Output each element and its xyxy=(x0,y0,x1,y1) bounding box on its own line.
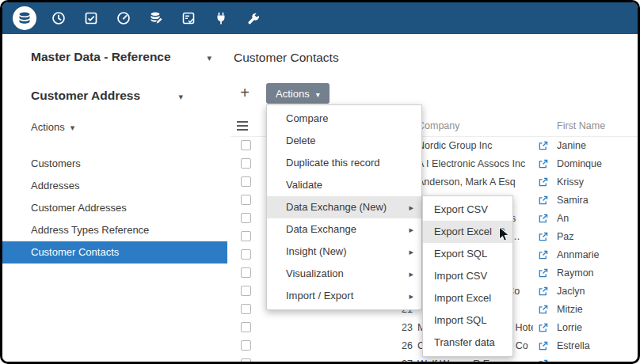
row-id: 27 xyxy=(349,358,413,364)
first-name-cell: Estrella xyxy=(557,340,590,351)
sidebar: Master Data - Reference Customer Address… xyxy=(2,34,230,362)
open-record-link-icon[interactable] xyxy=(538,286,548,297)
menu-item-data-exchange-new[interactable]: Data Exchange (New) xyxy=(267,196,421,218)
app-frame: Master Data - Reference Customer Address… xyxy=(0,0,640,364)
row-checkbox[interactable] xyxy=(241,358,251,364)
company-cell: Nordic Group Inc xyxy=(417,140,533,151)
sidebar-actions-label: Actions xyxy=(31,121,65,133)
database-icon[interactable] xyxy=(13,6,36,30)
first-name-cell: Janine xyxy=(557,140,586,151)
menu-item-label: Export Excel xyxy=(434,226,492,237)
open-record-link-icon[interactable] xyxy=(538,195,548,206)
menu-item-duplicate-this-record[interactable]: Duplicate this record xyxy=(267,152,421,174)
entity-selector[interactable]: Customer Address xyxy=(31,89,183,103)
menu-item-label: Visualization xyxy=(286,267,344,279)
menu-item-insight-new[interactable]: Insight (New) xyxy=(267,241,421,263)
menu-item-data-exchange[interactable]: Data Exchange xyxy=(267,218,421,241)
row-checkbox[interactable] xyxy=(241,195,251,205)
row-id: 23 xyxy=(349,322,413,333)
submenu-item-export-sql[interactable]: Export SQL xyxy=(423,243,512,265)
open-record-link-icon[interactable] xyxy=(538,268,548,279)
company-cell: Anderson, Mark A Esq xyxy=(417,176,533,188)
menu-item-label: Data Exchange xyxy=(286,223,356,235)
first-name-cell: Jaclyn xyxy=(557,286,585,297)
chevron-right-icon xyxy=(409,196,413,218)
add-record-button[interactable]: + xyxy=(235,83,254,102)
row-checkbox[interactable] xyxy=(241,340,251,351)
sidebar-item-customer-addresses[interactable]: Customer Addresses xyxy=(2,197,227,219)
tasks-checkbox-icon[interactable] xyxy=(84,11,98,25)
first-name-cell: Annmarie xyxy=(557,249,600,260)
open-record-link-icon[interactable] xyxy=(538,323,548,333)
actions-button[interactable]: Actions xyxy=(266,83,330,104)
sidebar-item-addresses[interactable]: Addresses xyxy=(2,175,227,197)
form-check-icon[interactable] xyxy=(181,11,196,25)
row-checkbox[interactable] xyxy=(241,140,251,150)
menu-item-visualization[interactable]: Visualization xyxy=(267,263,421,285)
column-header-company[interactable]: Company xyxy=(417,120,460,131)
dashboard-gauge-icon[interactable] xyxy=(116,11,131,25)
chevron-right-icon xyxy=(409,218,413,241)
first-name-cell: Samira xyxy=(557,195,589,206)
submenu-item-import-csv[interactable]: Import CSV xyxy=(423,265,512,287)
sidebar-actions-menu-button[interactable]: Actions xyxy=(31,121,74,133)
actions-button-label: Actions xyxy=(276,88,310,100)
company-cell: Wolf Wayne R Esq xyxy=(417,358,533,364)
submenu-item-import-sql[interactable]: Import SQL xyxy=(423,309,512,332)
row-checkbox[interactable] xyxy=(241,249,251,260)
open-record-link-icon[interactable] xyxy=(538,177,548,188)
sidebar-item-customer-contacts[interactable]: Customer Contacts xyxy=(2,241,227,264)
model-selector[interactable]: Master Data - Reference xyxy=(31,50,211,64)
row-id: 26 xyxy=(349,340,413,351)
chevron-down-icon xyxy=(316,88,320,100)
actions-dropdown-menu: Compare Delete Duplicate this record Val… xyxy=(266,104,422,310)
sidebar-item-address-types-reference[interactable]: Address Types Reference xyxy=(2,219,227,241)
open-record-link-icon[interactable] xyxy=(538,341,548,351)
data-exchange-submenu: Export CSV Export Excel? Export SQL Impo… xyxy=(422,195,513,357)
chevron-right-icon xyxy=(409,241,413,263)
row-checkbox[interactable] xyxy=(241,231,251,241)
open-record-link-icon[interactable] xyxy=(538,214,548,224)
row-checkbox[interactable] xyxy=(241,267,251,278)
sidebar-item-customers[interactable]: Customers xyxy=(2,153,227,175)
menu-item-validate[interactable]: Validate xyxy=(267,174,421,196)
row-checkbox[interactable] xyxy=(241,322,251,332)
first-name-cell: Lorrie xyxy=(557,322,582,333)
menu-item-label: Insight (New) xyxy=(286,245,347,257)
menu-item-compare[interactable]: Compare xyxy=(267,108,421,130)
first-name-cell: Krissy xyxy=(557,176,584,188)
menu-item-delete[interactable]: Delete xyxy=(267,130,421,152)
data-edit-icon[interactable] xyxy=(149,11,163,25)
wrench-icon[interactable] xyxy=(246,11,261,25)
submenu-item-export-csv[interactable]: Export CSV xyxy=(423,199,512,221)
submenu-item-transfer-data[interactable]: Transfer data xyxy=(423,332,512,354)
company-cell: A I Electronic Assocs Inc xyxy=(417,158,533,169)
row-checkbox[interactable] xyxy=(241,158,251,169)
chevron-right-icon xyxy=(409,263,413,285)
open-record-link-icon[interactable] xyxy=(538,305,548,315)
chevron-down-icon xyxy=(178,89,183,103)
open-record-link-icon[interactable] xyxy=(538,232,548,242)
chevron-down-icon xyxy=(207,50,211,64)
submenu-item-import-excel[interactable]: Import Excel xyxy=(423,287,512,309)
open-record-link-icon[interactable] xyxy=(538,250,548,260)
column-header-first-name[interactable]: First Name xyxy=(557,120,605,131)
first-name-cell: Raymon xyxy=(557,267,594,279)
open-record-link-icon[interactable] xyxy=(538,159,548,169)
chevron-right-icon xyxy=(409,285,413,307)
row-checkbox[interactable] xyxy=(241,286,251,296)
history-clock-icon[interactable] xyxy=(51,11,66,25)
first-name-cell: Mitzie xyxy=(557,304,583,315)
row-checkbox[interactable] xyxy=(241,176,251,187)
first-name-cell: An xyxy=(557,213,569,224)
model-selector-label: Master Data - Reference xyxy=(31,50,171,64)
open-record-link-icon[interactable] xyxy=(538,141,548,151)
first-name-cell: Paz xyxy=(557,231,574,242)
menu-item-import-export[interactable]: Import / Export xyxy=(267,285,421,307)
column-menu-icon[interactable] xyxy=(237,121,248,131)
row-checkbox[interactable] xyxy=(241,213,251,223)
open-record-link-icon[interactable] xyxy=(538,359,548,364)
plug-icon[interactable] xyxy=(214,11,228,25)
mouse-cursor-icon xyxy=(498,226,510,243)
row-checkbox[interactable] xyxy=(241,304,251,314)
